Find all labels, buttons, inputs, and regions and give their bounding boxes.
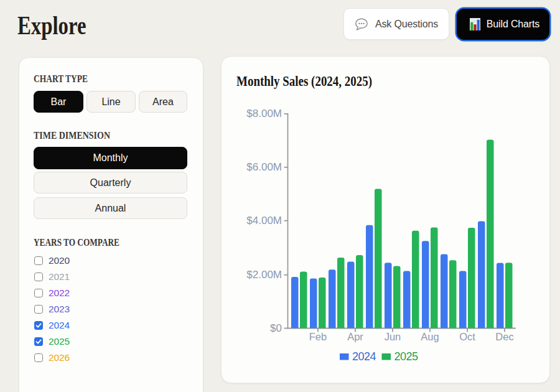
- svg-text:2024: 2024: [352, 350, 376, 363]
- svg-text:$6.00M: $6.00M: [246, 161, 282, 173]
- svg-text:Oct: Oct: [459, 331, 475, 342]
- svg-text:$2.00M: $2.00M: [246, 269, 282, 281]
- svg-text:Apr: Apr: [347, 331, 363, 342]
- svg-text:$4.00M: $4.00M: [246, 215, 282, 226]
- svg-text:2025: 2025: [394, 350, 419, 363]
- svg-text:Aug: Aug: [421, 331, 439, 342]
- svg-text:Jun: Jun: [385, 331, 401, 342]
- svg-text:Feb: Feb: [309, 331, 327, 342]
- svg-text:Dec: Dec: [495, 331, 513, 342]
- svg-text:$8.00M: $8.00M: [246, 108, 282, 119]
- svg-text:$0: $0: [270, 322, 282, 334]
